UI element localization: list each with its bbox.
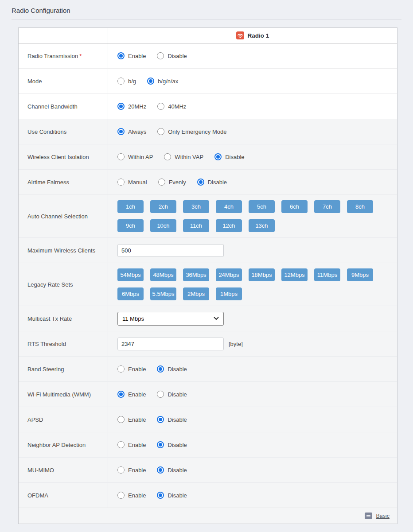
radio-group: EnableDisable [117,441,198,448]
11ch-button[interactable]: 11ch [183,219,209,232]
9ch-button[interactable]: 9ch [117,219,144,232]
radio-option-enable[interactable]: Enable [117,466,146,474]
row-label: Wireless Client Isolation [27,154,89,160]
11mbps-button[interactable]: 11Mbps [314,268,340,281]
radio-unselected-icon[interactable] [117,492,125,499]
row-value-cell: EnableDisable [108,458,397,482]
3ch-button[interactable]: 3ch [183,200,209,213]
radio-option-disable[interactable]: Disable [197,179,227,186]
radio-group: 20MHz40MHz [117,103,197,110]
radio-unselected-icon[interactable] [157,103,164,110]
row-label: Legacy Rate Sets [27,281,73,288]
1ch-button[interactable]: 1ch [117,200,144,213]
36mbps-button[interactable]: 36Mbps [183,268,209,281]
row-label-cell: Maximum Wireless Clients [19,238,108,263]
radio-option-disable[interactable]: Disable [157,391,187,398]
radio-selected-icon[interactable] [157,441,164,448]
radio-option-b-g[interactable]: b/g [117,78,136,85]
radio-unselected-icon[interactable] [117,466,125,474]
1mbps-button[interactable]: 1Mbps [216,287,242,300]
8ch-button[interactable]: 8ch [347,200,373,213]
12ch-button[interactable]: 12ch [216,219,242,232]
12mbps-button[interactable]: 12Mbps [281,268,308,281]
radio-option-disable[interactable]: Disable [214,153,244,160]
10ch-button[interactable]: 10ch [150,219,176,232]
radio-unselected-icon[interactable] [117,179,125,186]
radio-selected-icon[interactable] [197,179,204,186]
required-asterisk: * [79,53,82,59]
radio-selected-icon[interactable] [117,103,125,110]
radio-option-label: b/g/n/ax [158,78,178,85]
basic-link[interactable]: Basic [376,513,390,519]
radio-option-within-vap[interactable]: Within VAP [164,153,203,160]
row-label: Wi-Fi Multimedia (WMM) [27,391,91,398]
radio-selected-icon[interactable] [214,153,222,160]
radio-option-enable[interactable]: Enable [117,416,146,423]
radio-option-40mhz[interactable]: 40MHz [157,103,186,110]
radio-option-within-ap[interactable]: Within AP [117,153,153,160]
table-row: Wi-Fi Multimedia (WMM)EnableDisable [19,382,397,407]
radio-selected-icon[interactable] [157,492,164,499]
row-value-cell: AlwaysOnly Emergency Mode [108,119,397,144]
radio-unselected-icon[interactable] [117,365,125,373]
radio-option-enable[interactable]: Enable [117,441,146,448]
18mbps-button[interactable]: 18Mbps [249,268,275,281]
4ch-button[interactable]: 4ch [216,200,242,213]
radio-unselected-icon[interactable] [117,153,125,160]
48mbps-button[interactable]: 48Mbps [150,268,176,281]
radio-selected-icon[interactable] [117,52,125,59]
radio-option-label: Disable [168,467,187,474]
5ch-button[interactable]: 5ch [249,200,275,213]
24mbps-button[interactable]: 24Mbps [216,268,242,281]
radio-option-20mhz[interactable]: 20MHz [117,103,146,110]
radio-selected-icon[interactable] [147,78,154,85]
maximum-wireless-clients-input[interactable] [117,244,224,257]
radio-unselected-icon[interactable] [117,441,125,448]
radio-unselected-icon[interactable] [164,153,171,160]
radio-option-enable[interactable]: Enable [117,492,146,499]
radio-group: Within APWithin VAPDisable [117,153,256,160]
radio-option-disable[interactable]: Disable [157,365,187,373]
minus-icon[interactable] [365,513,372,519]
radio-option-disable[interactable]: Disable [157,466,187,474]
2mbps-button[interactable]: 2Mbps [183,287,209,300]
radio-option-disable[interactable]: Disable [157,492,187,499]
7ch-button[interactable]: 7ch [314,200,340,213]
radio-unselected-icon[interactable] [157,52,164,59]
radio-option-disable[interactable]: Disable [157,441,187,448]
5-5mbps-button[interactable]: 5.5Mbps [150,287,176,300]
radio-selected-icon[interactable] [157,466,164,474]
radio-selected-icon[interactable] [117,391,125,398]
radio-unselected-icon[interactable] [117,416,125,423]
6ch-button[interactable]: 6ch [281,200,308,213]
radio-option-manual[interactable]: Manual [117,179,147,186]
2ch-button[interactable]: 2ch [150,200,176,213]
row-label: Band Steering [27,366,64,373]
radio-option-disable[interactable]: Disable [157,416,187,423]
table-row: Channel Bandwidth20MHz40MHz [19,94,397,119]
radio-option-disable[interactable]: Disable [157,52,187,59]
table-row: Airtime FairnessManualEvenlyDisable [19,170,397,195]
radio-selected-icon[interactable] [157,416,164,423]
radio-option-enable[interactable]: Enable [117,391,146,398]
radio-option-enable[interactable]: Enable [117,365,146,373]
radio-option-only-emergency-mode[interactable]: Only Emergency Mode [157,128,226,135]
radio-unselected-icon[interactable] [157,391,164,398]
6mbps-button[interactable]: 6Mbps [117,287,144,300]
radio-unselected-icon[interactable] [157,128,164,135]
radio-option-always[interactable]: Always [117,128,146,135]
radio-selected-icon[interactable] [157,365,164,373]
rts-threshold-input[interactable] [117,338,224,350]
radio-unselected-icon[interactable] [117,78,125,85]
radio-option-label: Disable [168,416,187,423]
radio-unselected-icon[interactable] [158,179,165,186]
multicast-tx-rate-select[interactable]: 11 Mbps [117,312,224,326]
radio-option-evenly[interactable]: Evenly [158,179,186,186]
radio-option-b-g-n-ax[interactable]: b/g/n/ax [147,78,178,85]
radio-option-enable[interactable]: Enable [117,52,146,59]
13ch-button[interactable]: 13ch [249,219,275,232]
54mbps-button[interactable]: 54Mbps [117,268,144,281]
9mbps-button[interactable]: 9Mbps [347,268,373,281]
radio-selected-icon[interactable] [117,128,125,135]
row-label: Auto Channel Selection [27,213,88,220]
